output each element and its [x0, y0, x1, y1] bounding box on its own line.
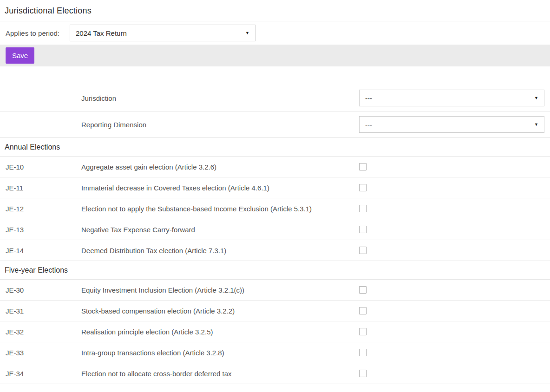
election-row-je-14: JE-14 Deemed Distribution Tax election (…: [0, 240, 550, 261]
election-checkbox-je-31[interactable]: [359, 307, 367, 314]
election-checkbox-je-13[interactable]: [359, 226, 367, 233]
section-header-annual-elections: Annual Elections: [0, 138, 550, 157]
election-row-je-34: JE-34 Election not to allocate cross-bor…: [0, 363, 550, 384]
election-description: Stock-based compensation election (Artic…: [81, 307, 359, 315]
period-select-value: 2024 Tax Return: [76, 29, 127, 37]
election-code: JE-32: [6, 328, 81, 336]
section-header-five-year-elections: Five-year Elections: [0, 261, 550, 280]
filters: Jurisdiction --- ▼ Reporting Dimension -…: [0, 85, 550, 138]
election-checkbox-je-12[interactable]: [359, 205, 367, 212]
election-checkbox-je-33[interactable]: [359, 349, 367, 356]
election-code: JE-13: [6, 226, 81, 234]
jurisdiction-select-value: ---: [365, 94, 372, 102]
chevron-down-icon: ▼: [534, 123, 538, 127]
election-description: Election not to apply the Substance-base…: [81, 205, 359, 213]
election-row-je-10: JE-10 Aggregate asset gain election (Art…: [0, 157, 550, 177]
filter-row-reporting-dimension: Reporting Dimension --- ▼: [0, 111, 550, 138]
election-code: JE-10: [6, 163, 81, 171]
page-header: Jurisdictional Elections: [0, 0, 550, 21]
spacer: [0, 66, 550, 85]
annual-elections-rows: JE-10 Aggregate asset gain election (Art…: [0, 157, 550, 261]
election-row-je-30: JE-30 Equity Investment Inclusion Electi…: [0, 280, 550, 301]
election-code: JE-31: [6, 307, 81, 315]
election-description: Equity Investment Inclusion Election (Ar…: [81, 286, 359, 294]
period-label: Applies to period:: [6, 29, 70, 37]
election-checkbox-je-34[interactable]: [359, 370, 367, 377]
reporting-dimension-label: Reporting Dimension: [81, 121, 359, 129]
page-title: Jurisdictional Elections: [5, 6, 544, 16]
election-code: JE-12: [6, 205, 81, 213]
period-select[interactable]: 2024 Tax Return ▼: [70, 25, 255, 41]
election-checkbox-je-32[interactable]: [359, 328, 367, 335]
save-button[interactable]: Save: [6, 47, 34, 64]
election-code: JE-34: [6, 370, 81, 378]
section-title: Five-year Elections: [5, 266, 68, 274]
election-checkbox-je-30[interactable]: [359, 286, 367, 294]
election-row-je-31: JE-31 Stock-based compensation election …: [0, 301, 550, 321]
election-description: Immaterial decrease in Covered Taxes ele…: [81, 184, 359, 192]
election-code: JE-33: [6, 349, 81, 357]
election-checkbox-je-11[interactable]: [359, 184, 367, 191]
election-row-je-33: JE-33 Intra-group transactions election …: [0, 342, 550, 363]
reporting-dimension-select[interactable]: --- ▼: [359, 116, 544, 133]
election-description: Intra-group transactions election (Artic…: [81, 349, 359, 357]
period-row: Applies to period: 2024 Tax Return ▼: [0, 21, 550, 45]
election-description: Deemed Distribution Tax election (Articl…: [81, 247, 359, 255]
election-description: Aggregate asset gain election (Article 3…: [81, 163, 359, 171]
election-code: JE-30: [6, 286, 81, 294]
election-checkbox-je-14[interactable]: [359, 247, 367, 254]
election-code: JE-11: [6, 184, 81, 192]
election-row-je-11: JE-11 Immaterial decrease in Covered Tax…: [0, 177, 550, 198]
chevron-down-icon: ▼: [534, 96, 538, 100]
section-title: Annual Elections: [5, 143, 60, 151]
jurisdictional-elections-page: Jurisdictional Elections Applies to peri…: [0, 0, 550, 384]
election-code: JE-14: [6, 247, 81, 255]
five-year-elections-rows: JE-30 Equity Investment Inclusion Electi…: [0, 280, 550, 384]
chevron-down-icon: ▼: [245, 31, 249, 35]
reporting-dimension-select-value: ---: [365, 121, 372, 129]
filter-row-jurisdiction: Jurisdiction --- ▼: [0, 85, 550, 111]
election-description: Realisation principle election (Article …: [81, 328, 359, 336]
election-row-je-32: JE-32 Realisation principle election (Ar…: [0, 321, 550, 342]
jurisdiction-label: Jurisdiction: [81, 94, 359, 102]
election-description: Election not to allocate cross-border de…: [81, 370, 359, 378]
jurisdiction-select[interactable]: --- ▼: [359, 90, 544, 106]
election-row-je-12: JE-12 Election not to apply the Substanc…: [0, 198, 550, 219]
election-description: Negative Tax Expense Carry-forward: [81, 226, 359, 234]
toolbar: Save: [0, 45, 550, 66]
election-checkbox-je-10[interactable]: [359, 163, 367, 170]
election-row-je-13: JE-13 Negative Tax Expense Carry-forward: [0, 219, 550, 240]
